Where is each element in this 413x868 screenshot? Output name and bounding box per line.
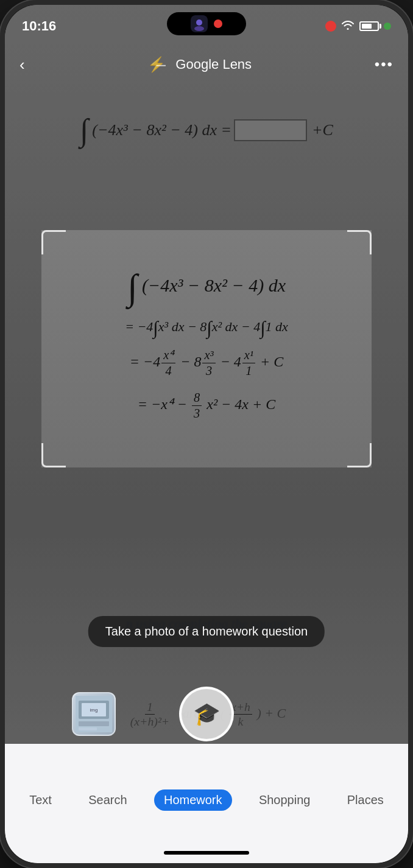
- equation-3: = −4x⁴4 − 8x³3 − 4x¹1 + C: [130, 348, 283, 378]
- tab-places[interactable]: Places: [337, 789, 394, 811]
- screen: ∫ (−4x³ − 8x² − 4) dx = +C ∫ (−4x³ − 8x²…: [5, 5, 408, 863]
- math-inside: ∫ (−4x³ − 8x² − 4) dx = −4∫x³ dx − 8∫x² …: [5, 242, 408, 421]
- back-button[interactable]: ‹: [19, 55, 25, 74]
- gallery-thumbnail[interactable]: img: [72, 692, 116, 736]
- plus-c-top: +C: [312, 121, 333, 139]
- di-app-icon: [191, 15, 208, 32]
- shutter-button[interactable]: 🎓: [179, 687, 234, 741]
- svg-rect-5: [79, 727, 97, 730]
- svg-text:img: img: [90, 707, 98, 713]
- wifi-svg: [341, 20, 355, 30]
- flash-off-icon[interactable]: ⚡̶: [147, 56, 166, 73]
- integral-3: ∫: [206, 318, 211, 338]
- battery-icon: [359, 21, 379, 31]
- status-time: 10:16: [22, 18, 56, 34]
- camera-controls: img 🎓: [5, 687, 408, 741]
- svg-point-7: [196, 19, 202, 26]
- app-bar: ‹ ⚡̶ Google Lens •••: [5, 46, 408, 83]
- wifi-icon: [341, 20, 355, 33]
- app-bar-center: ⚡̶ Google Lens: [147, 56, 252, 73]
- status-right: [325, 20, 391, 33]
- tooltip: Take a photo of a homework question: [88, 616, 325, 647]
- phone-frame: ∫ (−4x³ − 8x² − 4) dx = +C ∫ (−4x³ − 8x²…: [0, 0, 413, 868]
- integral-2: ∫: [153, 318, 158, 338]
- frac-x3: x³3: [202, 348, 215, 378]
- more-options-button[interactable]: •••: [375, 56, 394, 73]
- di-record-indicator: [214, 19, 222, 28]
- math-top-equation: ∫ (−4x³ − 8x² − 4) dx = +C: [80, 117, 333, 143]
- tab-text[interactable]: Text: [19, 789, 62, 811]
- integral-symbol-top: ∫: [80, 117, 88, 143]
- green-dot: [384, 23, 391, 30]
- top-eq-text: (−4x³ − 8x² − 4) dx =: [92, 121, 231, 139]
- answer-box: [234, 119, 307, 141]
- tabs-container: Text Search Homework Shopping Places: [5, 744, 408, 851]
- equation-1: ∫ (−4x³ − 8x² − 4) dx: [127, 273, 286, 302]
- equation-2: = −4∫x³ dx − 8∫x² dx − 4∫1 dx: [125, 319, 288, 335]
- svg-point-8: [194, 26, 204, 31]
- battery-fill: [362, 24, 372, 29]
- tab-shopping[interactable]: Shopping: [249, 789, 320, 811]
- tab-search[interactable]: Search: [79, 789, 136, 811]
- di-icon-svg: [191, 15, 208, 32]
- integral-4: ∫: [260, 318, 265, 338]
- homework-icon: 🎓: [193, 701, 221, 727]
- thumbnail-image: img: [76, 696, 112, 732]
- equation-4: = −x⁴ − 83 x² − 4x + C: [138, 390, 275, 421]
- svg-rect-4: [79, 721, 109, 726]
- home-indicator: [164, 851, 249, 855]
- frac-8: 83: [192, 390, 202, 421]
- frac-x1: x¹1: [242, 348, 255, 378]
- frac-x4: x⁴4: [161, 348, 175, 378]
- dynamic-island: [167, 12, 246, 35]
- tab-bar: Text Search Homework Shopping Places: [5, 744, 408, 863]
- tab-homework[interactable]: Homework: [154, 789, 232, 811]
- app-bar-title: Google Lens: [175, 57, 252, 72]
- record-dot: [325, 21, 336, 32]
- tooltip-text: Take a photo of a homework question: [105, 625, 308, 638]
- integral-1: ∫: [127, 267, 137, 307]
